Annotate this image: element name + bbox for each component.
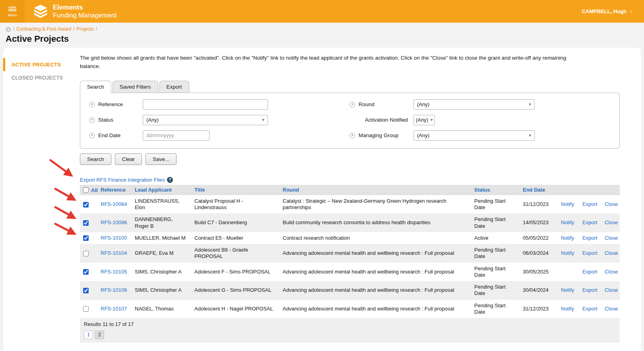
chevron-down-icon: ▾ <box>529 102 531 107</box>
row-reference-link[interactable]: RFS-10107 <box>101 306 127 312</box>
row-end-date: 14/05/2023 <box>520 213 558 232</box>
row-checkbox[interactable] <box>83 202 89 207</box>
breadcrumb-contracting-post-award[interactable]: Contracting & Post-Award <box>16 26 71 32</box>
row-reference-link[interactable]: RFS-10105 <box>101 269 127 275</box>
row-close-link[interactable]: Close <box>605 219 618 225</box>
help-icon[interactable]: ? <box>167 177 173 183</box>
row-export-link[interactable]: Export <box>582 250 597 256</box>
chevron-down-icon: ⌄ <box>629 8 634 14</box>
row-export-link[interactable]: Export <box>582 269 597 275</box>
col-header-round[interactable]: Round <box>279 185 471 195</box>
row-checkbox[interactable] <box>83 306 89 312</box>
row-status: Pending Start Date <box>471 195 520 214</box>
page-2-current[interactable]: 2 <box>95 331 104 339</box>
row-notify-cell: Notify <box>558 300 579 318</box>
clear-button[interactable]: Clear <box>115 153 142 165</box>
sidebar-item-closed-projects[interactable]: CLOSED PROJECTS <box>3 71 78 84</box>
status-field-row: Status (Any) ▾ <box>89 115 268 125</box>
expand-round-icon[interactable] <box>349 102 355 107</box>
col-header-reference[interactable]: Reference <box>97 185 132 195</box>
row-export-link[interactable]: Export <box>582 306 597 312</box>
all-label: All <box>91 187 98 193</box>
row-close-cell: Close <box>601 213 620 232</box>
row-close-link[interactable]: Close <box>605 269 618 275</box>
menu-button[interactable]: Menu <box>0 0 25 23</box>
page-title: Active Projects <box>6 34 643 44</box>
row-close-link[interactable]: Close <box>605 306 618 312</box>
breadcrumb-separator: / <box>13 26 14 32</box>
home-icon[interactable] <box>6 27 11 32</box>
page-1-link[interactable]: 1 <box>84 331 93 339</box>
table-row: RFS-10064 LINDENSTRAUSS, Elon Catalyst P… <box>80 195 620 214</box>
row-close-link[interactable]: Close <box>605 287 618 293</box>
reference-input[interactable] <box>143 99 268 110</box>
row-round: Advancing adolescent mental health and w… <box>279 263 471 281</box>
row-lead-applicant: SIMS, Christopher A <box>132 281 191 300</box>
row-reference-link[interactable]: RFS-10086 <box>101 219 127 225</box>
row-notify-link[interactable]: Notify <box>561 235 574 241</box>
row-notify-link[interactable]: Notify <box>561 306 574 312</box>
row-reference-link[interactable]: RFS-10104 <box>101 250 127 256</box>
row-checkbox[interactable] <box>83 269 89 275</box>
row-checkbox[interactable] <box>83 220 89 226</box>
select-all-checkbox[interactable] <box>83 187 89 193</box>
row-reference-link[interactable]: RFS-10106 <box>101 287 127 293</box>
row-reference-cell: RFS-10107 <box>97 300 132 318</box>
tab-saved-filters[interactable]: Saved Filters <box>113 81 158 93</box>
row-export-link[interactable]: Export <box>582 287 597 293</box>
expand-status-icon[interactable] <box>89 117 95 123</box>
row-checkbox[interactable] <box>83 235 89 241</box>
breadcrumb-projects[interactable]: Projects <box>77 26 94 32</box>
col-header-export <box>579 185 601 195</box>
export-rfs-finance-link[interactable]: Export RFS Finance Integration Files <box>80 177 165 183</box>
sidebar-item-active-projects[interactable]: ACTIVE PROJECTS <box>3 58 78 71</box>
row-checkbox[interactable] <box>83 288 89 293</box>
row-notify-link[interactable]: Notify <box>561 250 574 256</box>
row-export-link[interactable]: Export <box>582 201 597 207</box>
row-notify-link[interactable]: Notify <box>561 287 574 293</box>
row-close-cell: Close <box>601 300 620 318</box>
expand-managing-group-icon[interactable] <box>349 133 355 138</box>
activation-notified-select[interactable]: (Any) ▾ <box>413 115 435 125</box>
row-select-cell <box>80 300 97 318</box>
round-select-value: (Any) <box>417 101 429 107</box>
breadcrumb-separator: / <box>73 26 74 32</box>
row-checkbox[interactable] <box>83 251 89 256</box>
row-notify-link[interactable]: Notify <box>561 219 574 225</box>
activation-notified-select-value: (Any) <box>416 117 428 123</box>
row-close-link[interactable]: Close <box>605 250 618 256</box>
row-reference-link[interactable]: RFS-10100 <box>101 235 127 241</box>
tab-search[interactable]: Search <box>80 81 111 93</box>
app-header: Menu Elements Funding Management CAMPBEL… <box>0 0 644 23</box>
round-select[interactable]: (Any) ▾ <box>413 99 535 110</box>
end-date-input[interactable] <box>143 130 209 141</box>
row-close-cell: Close <box>601 195 620 214</box>
save-button[interactable]: Save... <box>145 153 177 165</box>
col-header-lead-applicant[interactable]: Lead Applicant <box>132 185 191 195</box>
row-close-cell: Close <box>601 263 620 281</box>
col-header-status[interactable]: Status <box>471 185 520 195</box>
table-row: RFS-10105 SIMS, Christopher A Adolescent… <box>80 263 620 281</box>
row-notify-cell: Notify <box>558 281 579 300</box>
search-button[interactable]: Search <box>80 153 111 165</box>
user-menu[interactable]: CAMPBELL, Hugh ⌄ <box>582 0 644 23</box>
expand-end-date-icon[interactable] <box>89 133 95 138</box>
chevron-down-icon: ▾ <box>529 133 531 138</box>
row-lead-applicant: SIMS, Christopher A <box>132 263 191 281</box>
status-select[interactable]: (Any) ▾ <box>143 115 268 125</box>
tab-export[interactable]: Export <box>159 81 189 93</box>
row-reference-link[interactable]: RFS-10064 <box>101 201 127 207</box>
col-header-title[interactable]: Title <box>191 185 279 195</box>
tabs: Search Saved Filters Export <box>80 81 633 93</box>
expand-reference-icon[interactable] <box>89 102 95 107</box>
managing-group-select[interactable]: (Any) ▾ <box>413 130 535 141</box>
row-round: Catalyst : Strategic – New Zealand-Germa… <box>279 195 471 214</box>
main-card: ACTIVE PROJECTS CLOSED PROJECTS The grid… <box>3 48 641 351</box>
row-export-link[interactable]: Export <box>582 235 597 241</box>
row-notify-link[interactable]: Notify <box>561 201 574 207</box>
col-header-end-date[interactable]: End Date <box>520 185 558 195</box>
row-close-link[interactable]: Close <box>605 235 618 241</box>
row-close-link[interactable]: Close <box>605 201 618 207</box>
row-select-cell <box>80 195 97 214</box>
row-export-link[interactable]: Export <box>582 219 597 225</box>
